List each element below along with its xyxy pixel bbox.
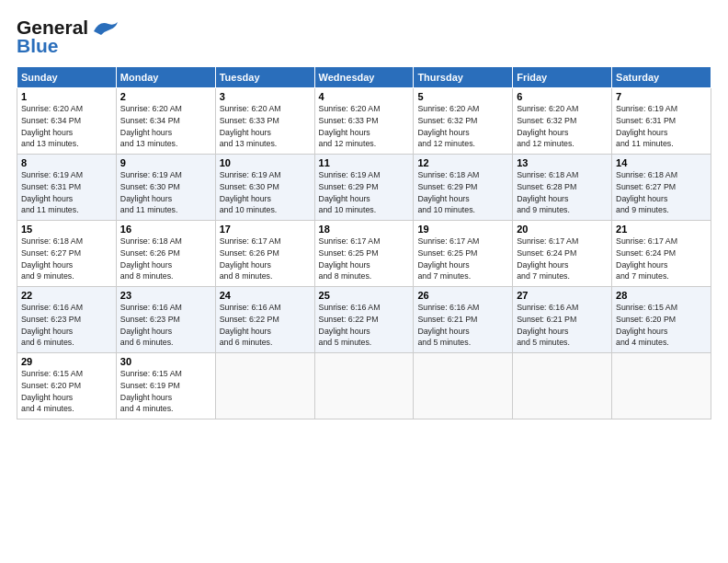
day-number: 10 [220,157,311,168]
day-number: 22 [21,290,112,301]
calendar-day-cell: 20 Sunrise: 6:17 AMSunset: 6:24 PMDaylig… [513,221,612,287]
logo: General Blue [17,17,119,57]
calendar-day-cell: 23 Sunrise: 6:16 AMSunset: 6:23 PMDaylig… [116,287,215,353]
day-info: Sunrise: 6:18 AMSunset: 6:29 PMDaylight … [417,170,479,214]
day-info: Sunrise: 6:18 AMSunset: 6:27 PMDaylight … [21,236,83,281]
day-number: 26 [417,290,508,301]
day-number: 20 [517,224,608,235]
day-number: 28 [616,290,707,301]
calendar-day-cell: 26 Sunrise: 6:16 AMSunset: 6:21 PMDaylig… [414,287,513,353]
day-number: 6 [517,91,608,102]
weekday-header-cell: Thursday [414,67,513,88]
day-info: Sunrise: 6:19 AMSunset: 6:30 PMDaylight … [220,170,281,214]
day-info: Sunrise: 6:16 AMSunset: 6:22 PMDaylight … [319,303,381,347]
calendar-day-cell: 24 Sunrise: 6:16 AMSunset: 6:22 PMDaylig… [215,287,314,353]
weekday-header-cell: Sunday [17,67,117,88]
day-number: 3 [220,91,311,102]
day-info: Sunrise: 6:17 AMSunset: 6:24 PMDaylight … [616,236,677,281]
calendar-day-cell [215,353,314,419]
day-info: Sunrise: 6:16 AMSunset: 6:23 PMDaylight … [120,303,182,347]
calendar-day-cell: 27 Sunrise: 6:16 AMSunset: 6:21 PMDaylig… [513,287,612,353]
day-info: Sunrise: 6:20 AMSunset: 6:32 PMDaylight … [417,104,479,148]
day-number: 30 [120,356,211,367]
day-number: 18 [319,224,410,235]
calendar-day-cell: 14 Sunrise: 6:18 AMSunset: 6:27 PMDaylig… [612,155,711,221]
day-number: 4 [319,91,410,102]
day-info: Sunrise: 6:17 AMSunset: 6:26 PMDaylight … [220,236,281,281]
weekday-header-row: SundayMondayTuesdayWednesdayThursdayFrid… [17,67,711,88]
day-number: 29 [21,356,112,367]
weekday-header-cell: Tuesday [215,67,314,88]
day-info: Sunrise: 6:20 AMSunset: 6:33 PMDaylight … [319,104,381,148]
weekday-header-cell: Wednesday [314,67,414,88]
weekday-header-cell: Monday [116,67,215,88]
calendar-week-row: 15 Sunrise: 6:18 AMSunset: 6:27 PMDaylig… [17,221,711,287]
day-info: Sunrise: 6:19 AMSunset: 6:29 PMDaylight … [319,170,381,214]
calendar-day-cell: 30 Sunrise: 6:15 AMSunset: 6:19 PMDaylig… [116,353,215,419]
calendar-day-cell: 28 Sunrise: 6:15 AMSunset: 6:20 PMDaylig… [612,287,711,353]
calendar-day-cell: 9 Sunrise: 6:19 AMSunset: 6:30 PMDayligh… [116,155,215,221]
day-info: Sunrise: 6:19 AMSunset: 6:31 PMDaylight … [21,170,83,214]
calendar-day-cell: 17 Sunrise: 6:17 AMSunset: 6:26 PMDaylig… [215,221,314,287]
calendar-day-cell [612,353,711,419]
day-number: 14 [616,157,707,168]
calendar-week-row: 8 Sunrise: 6:19 AMSunset: 6:31 PMDayligh… [17,155,711,221]
weekday-header-cell: Saturday [612,67,711,88]
calendar-week-row: 22 Sunrise: 6:16 AMSunset: 6:23 PMDaylig… [17,287,711,353]
calendar-day-cell: 13 Sunrise: 6:18 AMSunset: 6:28 PMDaylig… [513,155,612,221]
calendar-day-cell: 21 Sunrise: 6:17 AMSunset: 6:24 PMDaylig… [612,221,711,287]
calendar-day-cell: 2 Sunrise: 6:20 AMSunset: 6:34 PMDayligh… [116,88,215,155]
calendar-day-cell: 1 Sunrise: 6:20 AMSunset: 6:34 PMDayligh… [17,88,117,155]
day-info: Sunrise: 6:19 AMSunset: 6:31 PMDaylight … [616,104,677,148]
day-number: 2 [120,91,211,102]
calendar-day-cell: 12 Sunrise: 6:18 AMSunset: 6:29 PMDaylig… [414,155,513,221]
calendar-day-cell: 22 Sunrise: 6:16 AMSunset: 6:23 PMDaylig… [17,287,117,353]
calendar-week-row: 29 Sunrise: 6:15 AMSunset: 6:20 PMDaylig… [17,353,711,419]
calendar-day-cell: 25 Sunrise: 6:16 AMSunset: 6:22 PMDaylig… [314,287,414,353]
calendar-week-row: 1 Sunrise: 6:20 AMSunset: 6:34 PMDayligh… [17,88,711,155]
page: General Blue SundayMondayTuesdayWednesda… [0,0,728,429]
day-number: 15 [21,224,112,235]
calendar-day-cell: 16 Sunrise: 6:18 AMSunset: 6:26 PMDaylig… [116,221,215,287]
day-info: Sunrise: 6:18 AMSunset: 6:26 PMDaylight … [120,236,182,281]
day-number: 19 [417,224,508,235]
day-info: Sunrise: 6:16 AMSunset: 6:23 PMDaylight … [21,303,83,347]
calendar-day-cell: 5 Sunrise: 6:20 AMSunset: 6:32 PMDayligh… [414,88,513,155]
calendar-body: 1 Sunrise: 6:20 AMSunset: 6:34 PMDayligh… [17,88,711,419]
day-info: Sunrise: 6:15 AMSunset: 6:20 PMDaylight … [616,303,677,347]
day-number: 12 [417,157,508,168]
day-info: Sunrise: 6:17 AMSunset: 6:25 PMDaylight … [417,236,479,281]
day-info: Sunrise: 6:16 AMSunset: 6:21 PMDaylight … [417,303,479,347]
day-number: 24 [220,290,311,301]
day-number: 27 [517,290,608,301]
day-number: 5 [417,91,508,102]
day-info: Sunrise: 6:16 AMSunset: 6:22 PMDaylight … [220,303,281,347]
calendar-day-cell: 11 Sunrise: 6:19 AMSunset: 6:29 PMDaylig… [314,155,414,221]
day-info: Sunrise: 6:18 AMSunset: 6:27 PMDaylight … [616,170,677,214]
day-number: 11 [319,157,410,168]
calendar-table: SundayMondayTuesdayWednesdayThursdayFrid… [17,66,711,419]
day-number: 16 [120,224,211,235]
calendar-day-cell [513,353,612,419]
day-info: Sunrise: 6:20 AMSunset: 6:34 PMDaylight … [120,104,182,148]
header: General Blue [17,17,711,57]
logo-blue: Blue [17,35,59,57]
logo-bird-icon [90,18,119,37]
day-number: 7 [616,91,707,102]
day-number: 25 [319,290,410,301]
calendar-day-cell: 8 Sunrise: 6:19 AMSunset: 6:31 PMDayligh… [17,155,117,221]
day-number: 1 [21,91,112,102]
day-number: 9 [120,157,211,168]
day-info: Sunrise: 6:15 AMSunset: 6:19 PMDaylight … [120,369,182,413]
day-info: Sunrise: 6:16 AMSunset: 6:21 PMDaylight … [517,303,578,347]
day-info: Sunrise: 6:19 AMSunset: 6:30 PMDaylight … [120,170,182,214]
day-number: 21 [616,224,707,235]
calendar-day-cell: 3 Sunrise: 6:20 AMSunset: 6:33 PMDayligh… [215,88,314,155]
calendar-day-cell [414,353,513,419]
calendar-day-cell: 19 Sunrise: 6:17 AMSunset: 6:25 PMDaylig… [414,221,513,287]
day-info: Sunrise: 6:15 AMSunset: 6:20 PMDaylight … [21,369,83,413]
day-number: 13 [517,157,608,168]
day-number: 17 [220,224,311,235]
day-number: 23 [120,290,211,301]
day-info: Sunrise: 6:20 AMSunset: 6:33 PMDaylight … [220,104,281,148]
